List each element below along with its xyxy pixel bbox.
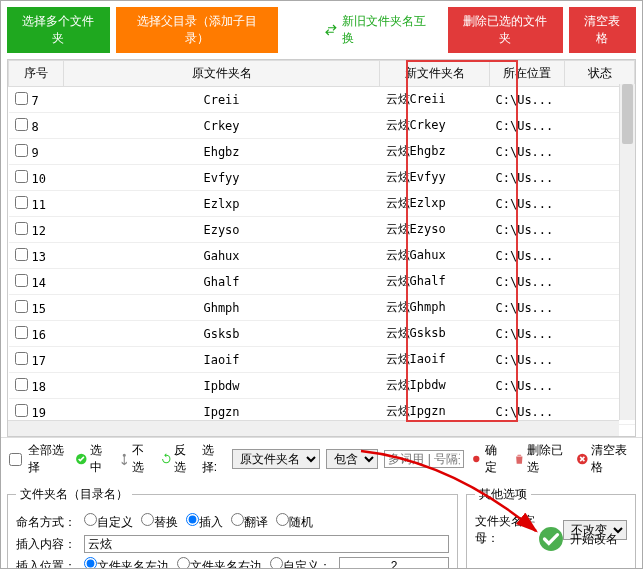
table-row[interactable]: 14Ghalf云炫GhalfC:\Us... (9, 269, 635, 295)
table-row[interactable]: 13Gahux云炫GahuxC:\Us... (9, 243, 635, 269)
row-checkbox[interactable] (15, 222, 28, 235)
anchor-icon (118, 452, 131, 466)
col-old[interactable]: 原文件夹名 (64, 61, 380, 87)
select-parent-button[interactable]: 选择父目录（添加子目录） (116, 7, 278, 53)
table-row[interactable]: 11Ezlxp云炫EzlxpC:\Us... (9, 191, 635, 217)
cell-new: 云炫Creii (380, 87, 490, 113)
svg-point-1 (474, 456, 480, 462)
mode-replace[interactable]: 替换 (141, 513, 178, 531)
select-link[interactable]: 选中 (75, 442, 111, 476)
invert-link[interactable]: 反选 (160, 442, 196, 476)
cell-new: 云炫Crkey (380, 113, 490, 139)
row-checkbox[interactable] (15, 248, 28, 261)
table-row[interactable]: 17Iaoif云炫IaoifC:\Us... (9, 347, 635, 373)
select-folders-button[interactable]: 选择多个文件夹 (7, 7, 110, 53)
table-row[interactable]: 12Ezyso云炫EzysoC:\Us... (9, 217, 635, 243)
col-path[interactable]: 所在位置 (490, 61, 565, 87)
row-checkbox[interactable] (15, 326, 28, 339)
vertical-scrollbar[interactable] (619, 84, 635, 420)
cell-old: Ipbdw (64, 373, 380, 399)
filter-input[interactable] (384, 450, 464, 468)
cell-new: 云炫Ghmph (380, 295, 490, 321)
row-checkbox[interactable] (15, 274, 28, 287)
insert-content-input[interactable] (84, 535, 449, 553)
other-legend: 其他选项 (475, 486, 531, 503)
table-row[interactable]: 9Ehgbz云炫EhgbzC:\Us... (9, 139, 635, 165)
cell-path: C:\Us... (490, 321, 565, 347)
cell-path: C:\Us... (490, 113, 565, 139)
unselect-link[interactable]: 不选 (118, 442, 154, 476)
cell-old: Ghmph (64, 295, 380, 321)
row-checkbox[interactable] (15, 118, 28, 131)
mode-custom[interactable]: 自定义 (84, 513, 133, 531)
pos-custom[interactable]: 自定义： (270, 557, 331, 569)
row-checkbox[interactable] (15, 92, 28, 105)
start-rename-label: 开始改名 (570, 531, 618, 548)
row-checkbox[interactable] (15, 144, 28, 157)
cell-path: C:\Us... (490, 87, 565, 113)
table-row[interactable]: 8Crkey云炫CrkeyC:\Us... (9, 113, 635, 139)
cell-new: 云炫Evfyy (380, 165, 490, 191)
start-rename-button[interactable]: 开始改名 (538, 526, 618, 552)
select-all-checkbox[interactable]: 全部选择 (9, 442, 69, 476)
mode-random[interactable]: 随机 (276, 513, 313, 531)
cell-old: Gsksb (64, 321, 380, 347)
close-icon (576, 452, 589, 466)
pos-custom-input[interactable] (339, 557, 449, 569)
row-checkbox[interactable] (15, 378, 28, 391)
dot-icon (470, 452, 483, 466)
delete-selected-link[interactable]: 删除已选 (513, 442, 571, 476)
mode-insert[interactable]: 插入 (186, 513, 223, 531)
mode-label: 命名方式： (16, 514, 76, 531)
contain-select[interactable]: 包含 (326, 449, 378, 469)
row-checkbox[interactable] (15, 300, 28, 313)
row-checkbox[interactable] (15, 404, 28, 417)
table-row[interactable]: 15Ghmph云炫GhmphC:\Us... (9, 295, 635, 321)
check-icon (75, 452, 88, 466)
pos-left[interactable]: 文件夹名左边 (84, 557, 169, 569)
cell-path: C:\Us... (490, 139, 565, 165)
swap-names-link[interactable]: 新旧文件夹名互换 (324, 13, 436, 47)
source-select[interactable]: 原文件夹名 (232, 449, 320, 469)
delete-selected-button[interactable]: 删除已选的文件夹 (448, 7, 563, 53)
cell-old: Ezlxp (64, 191, 380, 217)
cell-path: C:\Us... (490, 347, 565, 373)
cell-new: 云炫Ezlxp (380, 191, 490, 217)
table-row[interactable]: 18Ipbdw云炫IpbdwC:\Us... (9, 373, 635, 399)
cell-old: Iaoif (64, 347, 380, 373)
cell-path: C:\Us... (490, 217, 565, 243)
cell-old: Creii (64, 87, 380, 113)
row-checkbox[interactable] (15, 352, 28, 365)
col-seq[interactable]: 序号 (9, 61, 64, 87)
cell-old: Ehgbz (64, 139, 380, 165)
horizontal-scrollbar[interactable] (8, 420, 619, 436)
cell-new: 云炫Iaoif (380, 347, 490, 373)
table-row[interactable]: 10Evfyy云炫EvfyyC:\Us... (9, 165, 635, 191)
clear-link[interactable]: 清空表格 (576, 442, 634, 476)
swap-names-label: 新旧文件夹名互换 (342, 13, 437, 47)
swap-icon (324, 23, 338, 37)
col-new[interactable]: 新文件夹名 (380, 61, 490, 87)
invert-icon (160, 452, 173, 466)
confirm-link[interactable]: 确定 (470, 442, 506, 476)
table-row[interactable]: 16Gsksb云炫GsksbC:\Us... (9, 321, 635, 347)
row-checkbox[interactable] (15, 196, 28, 209)
mode-translate[interactable]: 翻译 (231, 513, 268, 531)
cell-old: Evfyy (64, 165, 380, 191)
naming-legend: 文件夹名（目录名） (16, 486, 132, 503)
cell-new: 云炫Gsksb (380, 321, 490, 347)
table-row[interactable]: 7Creii云炫CreiiC:\Us... (9, 87, 635, 113)
col-status[interactable]: 状态 (565, 61, 635, 87)
insert-label: 插入内容： (16, 536, 76, 553)
pos-right[interactable]: 文件夹名右边 (177, 557, 262, 569)
cell-path: C:\Us... (490, 243, 565, 269)
folder-table: 序号 原文件夹名 新文件夹名 所在位置 状态 7Creii云炫CreiiC:\U… (7, 59, 636, 437)
cell-new: 云炫Gahux (380, 243, 490, 269)
cell-path: C:\Us... (490, 295, 565, 321)
cell-path: C:\Us... (490, 269, 565, 295)
row-checkbox[interactable] (15, 170, 28, 183)
cell-path: C:\Us... (490, 165, 565, 191)
cell-old: Crkey (64, 113, 380, 139)
clear-table-button[interactable]: 清空表格 (569, 7, 636, 53)
cell-old: Ezyso (64, 217, 380, 243)
